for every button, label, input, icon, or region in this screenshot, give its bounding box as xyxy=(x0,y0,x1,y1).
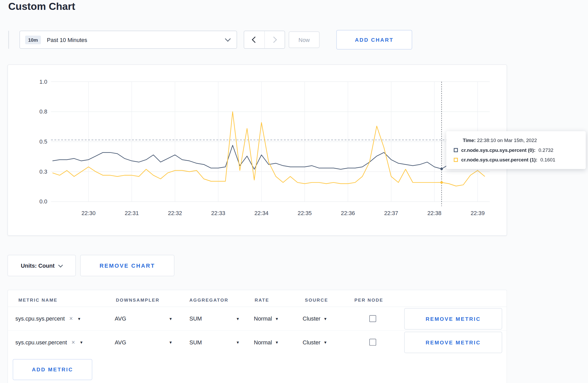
chevron-right-icon xyxy=(271,37,277,43)
downsampler-value: AVG xyxy=(115,315,126,322)
now-button[interactable]: Now xyxy=(289,32,320,48)
custom-chart-page: Custom Chart 10m Past 10 Minutes Now ADD… xyxy=(0,0,588,383)
table-row: sys.cpu.user.percent AVG SUM Normal Clus… xyxy=(8,331,507,354)
rate-select[interactable]: Normal xyxy=(254,339,278,345)
chevron-left-icon xyxy=(252,37,258,43)
time-window-select[interactable]: 10m Past 10 Minutes xyxy=(19,31,237,49)
tooltip-time: Time: 22:38:10 on Mar 15th, 2022 xyxy=(454,138,578,143)
svg-text:22:30: 22:30 xyxy=(81,210,95,216)
header-metric-name: METRIC NAME xyxy=(18,297,58,303)
metric-name-select[interactable]: sys.cpu.sys.percent xyxy=(15,315,80,322)
per-node-checkbox[interactable] xyxy=(369,315,376,322)
units-label: Units: Count xyxy=(21,263,54,269)
metrics-table-header: METRIC NAME DOWNSAMPLER AGGREGATOR RATE … xyxy=(8,290,507,307)
source-select[interactable]: Cluster xyxy=(303,339,326,345)
chevron-down-icon xyxy=(225,36,231,42)
remove-chart-button[interactable]: REMOVE CHART xyxy=(80,255,174,276)
tooltip-series-value: 0.2732 xyxy=(538,147,554,153)
metrics-table: METRIC NAME DOWNSAMPLER AGGREGATOR RATE … xyxy=(8,290,507,383)
rate-select[interactable]: Normal xyxy=(254,315,278,322)
prev-time-button[interactable] xyxy=(244,31,265,48)
aggregator-select[interactable]: SUM xyxy=(189,315,239,322)
header-per-node: PER NODE xyxy=(354,297,383,303)
units-select[interactable]: Units: Count xyxy=(8,255,76,276)
add-metric-button[interactable]: ADD METRIC xyxy=(13,359,92,380)
source-value: Cluster xyxy=(303,339,320,345)
downsampler-select[interactable]: AVG xyxy=(115,339,172,345)
aggregator-value: SUM xyxy=(189,339,202,345)
svg-text:0.3: 0.3 xyxy=(39,168,47,175)
dropdown-caret-icon xyxy=(78,316,80,321)
svg-text:22:35: 22:35 xyxy=(298,210,312,216)
tooltip-series-row: cr.node.sys.cpu.sys.percent (0): 0.2732 xyxy=(454,147,578,153)
line-chart[interactable]: 0.00.30.50.81.022:3022:3122:3222:3322:34… xyxy=(8,65,507,235)
per-node-checkbox[interactable] xyxy=(369,339,376,346)
time-window-badge: 10m xyxy=(25,36,41,44)
chevron-down-icon xyxy=(58,263,63,267)
dropdown-caret-icon xyxy=(276,316,278,321)
header-source: SOURCE xyxy=(305,297,328,303)
chart-panel: 0.00.30.50.81.022:3022:3122:3222:3322:34… xyxy=(8,65,507,236)
rate-value: Normal xyxy=(254,339,272,345)
metric-name-select[interactable]: sys.cpu.user.percent xyxy=(15,339,82,345)
svg-text:22:31: 22:31 xyxy=(125,210,139,216)
dropdown-caret-icon xyxy=(237,316,239,321)
dropdown-caret-icon xyxy=(324,316,326,321)
time-window-label: Past 10 Minutes xyxy=(47,37,87,43)
svg-text:22:36: 22:36 xyxy=(341,210,355,216)
source-value: Cluster xyxy=(303,315,320,322)
svg-text:0.8: 0.8 xyxy=(39,108,47,115)
dropdown-caret-icon xyxy=(170,340,172,344)
aggregator-value: SUM xyxy=(189,315,202,322)
dropdown-caret-icon xyxy=(324,340,326,344)
downsampler-value: AVG xyxy=(115,339,126,345)
svg-text:22:32: 22:32 xyxy=(168,210,182,216)
metric-name-label: sys.cpu.sys.percent xyxy=(15,315,65,322)
toolbar-divider xyxy=(8,31,9,49)
svg-text:22:39: 22:39 xyxy=(471,210,485,216)
svg-text:1.0: 1.0 xyxy=(39,79,47,85)
clear-metric-icon[interactable] xyxy=(69,316,73,322)
remove-metric-button[interactable]: REMOVE METRIC xyxy=(404,308,502,329)
tooltip-series-value: 0.1601 xyxy=(540,157,555,163)
chart-tooltip: Time: 22:38:10 on Mar 15th, 2022 cr.node… xyxy=(446,131,586,169)
tooltip-series-label: cr.node.sys.cpu.sys.percent (0): xyxy=(461,147,535,153)
remove-metric-button[interactable]: REMOVE METRIC xyxy=(404,332,502,353)
svg-text:22:38: 22:38 xyxy=(427,210,441,216)
table-row: sys.cpu.sys.percent AVG SUM Normal Clust… xyxy=(8,307,507,331)
dropdown-caret-icon xyxy=(170,316,172,321)
series-user-swatch-icon xyxy=(454,158,458,162)
downsampler-select[interactable]: AVG xyxy=(115,315,172,322)
svg-text:0.5: 0.5 xyxy=(39,138,47,145)
svg-text:0.0: 0.0 xyxy=(39,198,47,205)
metric-name-label: sys.cpu.user.percent xyxy=(15,339,67,345)
tooltip-series-label: cr.node.sys.cpu.user.percent (1): xyxy=(461,157,537,163)
header-downsampler: DOWNSAMPLER xyxy=(116,297,159,303)
time-pager xyxy=(244,31,285,49)
svg-text:22:34: 22:34 xyxy=(254,210,268,216)
header-aggregator: AGGREGATOR xyxy=(189,297,228,303)
rate-value: Normal xyxy=(254,315,272,322)
aggregator-select[interactable]: SUM xyxy=(189,339,239,345)
dropdown-caret-icon xyxy=(237,340,239,344)
dropdown-caret-icon xyxy=(80,340,82,344)
clear-metric-icon[interactable] xyxy=(72,339,75,345)
svg-text:22:37: 22:37 xyxy=(384,210,398,216)
svg-text:22:33: 22:33 xyxy=(211,210,225,216)
page-title: Custom Chart xyxy=(8,1,75,12)
next-time-button[interactable] xyxy=(264,31,284,48)
add-chart-button[interactable]: ADD CHART xyxy=(336,30,412,49)
dropdown-caret-icon xyxy=(276,340,278,344)
tooltip-series-row: cr.node.sys.cpu.user.percent (1): 0.1601 xyxy=(454,157,578,163)
tooltip-time-value: 22:38:10 on Mar 15th, 2022 xyxy=(477,138,537,143)
tooltip-time-label: Time: xyxy=(463,138,476,143)
source-select[interactable]: Cluster xyxy=(303,315,326,322)
header-rate: RATE xyxy=(255,297,269,303)
series-sys-swatch-icon xyxy=(454,148,458,152)
